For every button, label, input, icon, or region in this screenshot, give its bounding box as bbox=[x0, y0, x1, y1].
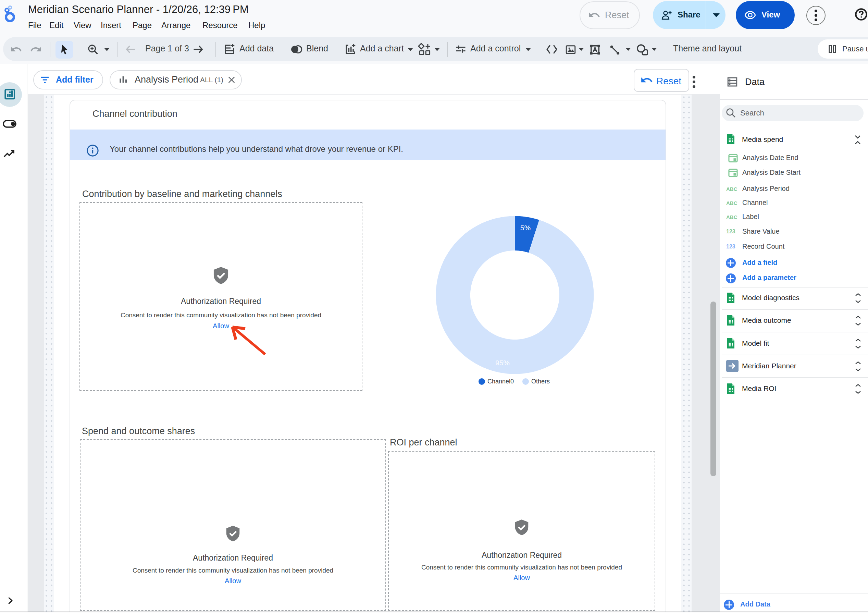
svg-text:5%: 5% bbox=[520, 224, 531, 232]
svg-text:95%: 95% bbox=[495, 359, 510, 367]
